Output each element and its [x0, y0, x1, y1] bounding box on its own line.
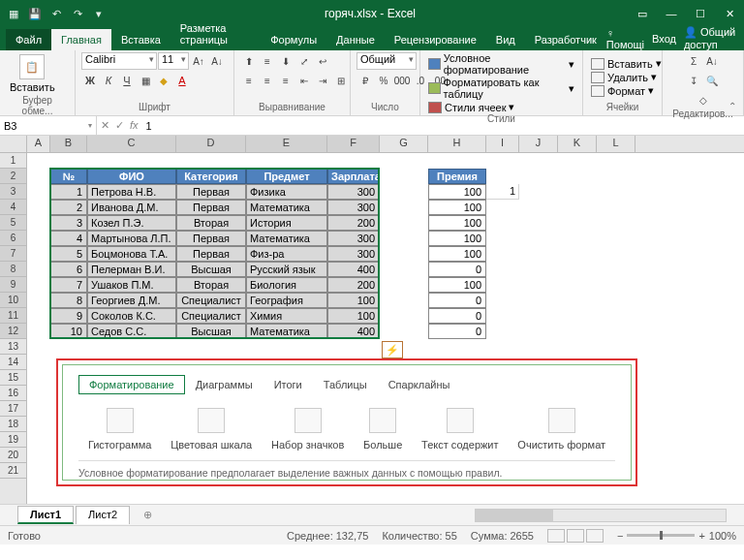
- colhead-F[interactable]: F: [327, 136, 380, 152]
- tab-Разметка страницы[interactable]: Разметка страницы: [170, 17, 261, 50]
- table-cell[interactable]: Физика: [246, 184, 327, 200]
- fill-color-icon[interactable]: ◆: [155, 72, 172, 89]
- tab-Вид[interactable]: Вид: [486, 29, 525, 50]
- table-cell[interactable]: 5: [50, 246, 87, 262]
- qat-more-icon[interactable]: ▾: [91, 6, 107, 21]
- gallery-item[interactable]: Гистограмма: [88, 408, 152, 451]
- insert-cells-button[interactable]: Вставить ▾: [589, 57, 664, 70]
- clear-icon[interactable]: ◇: [695, 91, 712, 109]
- autosum-icon[interactable]: Σ: [685, 52, 702, 70]
- table-cell[interactable]: Вторая: [176, 215, 246, 231]
- rowhead-10[interactable]: 10: [0, 293, 26, 308]
- enter-formula-icon[interactable]: ✓: [115, 119, 124, 132]
- close-icon[interactable]: ✕: [721, 8, 738, 20]
- bonus-cell[interactable]: 0: [428, 293, 486, 308]
- table-cell[interactable]: Биология: [246, 277, 327, 293]
- gallery-item[interactable]: Набор значков: [271, 408, 344, 451]
- fill-icon[interactable]: ↧: [685, 72, 702, 89]
- gallery-item[interactable]: Больше: [363, 408, 402, 451]
- align-bot-icon[interactable]: ⬇: [277, 52, 294, 70]
- border-icon[interactable]: ▦: [137, 72, 154, 89]
- table-cell[interactable]: Козел П.Э.: [87, 215, 176, 231]
- bonus-cell[interactable]: 100: [428, 215, 486, 231]
- signin[interactable]: Вход: [652, 33, 676, 45]
- rowhead-9[interactable]: 9: [0, 277, 26, 293]
- rowhead-5[interactable]: 5: [0, 215, 26, 231]
- rowhead-11[interactable]: 11: [0, 308, 26, 324]
- colhead-H[interactable]: H: [428, 136, 486, 152]
- table-cell[interactable]: Математика: [246, 231, 327, 246]
- table-cell[interactable]: Мартынова Л.П.: [87, 231, 176, 246]
- rowhead-17[interactable]: 17: [0, 401, 26, 417]
- view-buttons[interactable]: [547, 529, 604, 543]
- colhead-D[interactable]: D: [176, 136, 246, 152]
- currency-icon[interactable]: ₽: [356, 72, 374, 89]
- table-cell[interactable]: 2: [50, 200, 87, 215]
- align-left-icon[interactable]: ≡: [240, 72, 258, 89]
- colhead-B[interactable]: B: [50, 136, 87, 152]
- table-cell[interactable]: 10: [50, 324, 87, 339]
- rowhead-21[interactable]: 21: [0, 463, 26, 479]
- rowhead-14[interactable]: 14: [0, 355, 26, 370]
- comma-icon[interactable]: 000: [393, 72, 411, 89]
- colhead-K[interactable]: K: [558, 136, 597, 152]
- cond-format-button[interactable]: Условное форматирование ▾: [426, 52, 576, 76]
- gallery-tab[interactable]: Таблицы: [313, 375, 378, 394]
- table-cell[interactable]: Первая: [176, 231, 246, 246]
- table-cell[interactable]: 1: [50, 184, 87, 200]
- number-format[interactable]: Общий: [356, 52, 417, 70]
- format-cells-button[interactable]: Формат ▾: [589, 84, 664, 97]
- sheet-tab[interactable]: Лист2: [76, 506, 130, 524]
- tab-Формулы[interactable]: Формулы: [261, 29, 326, 50]
- rowhead-18[interactable]: 18: [0, 417, 26, 432]
- rowhead-16[interactable]: 16: [0, 386, 26, 401]
- align-mid-icon[interactable]: ≡: [259, 52, 276, 70]
- table-cell[interactable]: Петрова Н.В.: [87, 184, 176, 200]
- rowhead-2[interactable]: 2: [0, 169, 26, 184]
- gallery-tab[interactable]: Диаграммы: [185, 375, 264, 394]
- table-cell[interactable]: 300: [327, 231, 380, 246]
- table-cell[interactable]: Первая: [176, 184, 246, 200]
- save-icon[interactable]: 💾: [27, 6, 43, 21]
- underline-icon[interactable]: Ч: [118, 72, 136, 89]
- rowhead-6[interactable]: 6: [0, 231, 26, 246]
- bonus-cell[interactable]: 100: [428, 231, 486, 246]
- grow-font-icon[interactable]: A↑: [190, 52, 207, 70]
- table-cell[interactable]: Вторая: [176, 277, 246, 293]
- bonus-cell[interactable]: 100: [428, 246, 486, 262]
- cell-styles-button[interactable]: Стили ячеек ▾: [426, 101, 576, 113]
- font-name[interactable]: Calibri: [81, 52, 157, 70]
- table-cell[interactable]: Георгиев Д.М.: [87, 293, 176, 308]
- gallery-item[interactable]: Текст содержит: [421, 408, 498, 451]
- table-cell[interactable]: Математика: [246, 200, 327, 215]
- table-cell[interactable]: Соколов К.С.: [87, 308, 176, 324]
- bonus-header[interactable]: Премия: [428, 169, 486, 184]
- orient-icon[interactable]: ⤢: [295, 52, 313, 70]
- table-header[interactable]: ФИО: [87, 169, 176, 184]
- align-center-icon[interactable]: ≡: [259, 72, 276, 89]
- bonus-cell[interactable]: 100: [428, 277, 486, 293]
- table-cell[interactable]: 400: [327, 324, 380, 339]
- table-cell[interactable]: Пелерман В.И.: [87, 262, 176, 277]
- table-cell[interactable]: Ушаков П.М.: [87, 277, 176, 293]
- table-cell[interactable]: География: [246, 293, 327, 308]
- delete-cells-button[interactable]: Удалить ▾: [589, 71, 664, 83]
- wrap-icon[interactable]: ↩: [314, 52, 331, 70]
- paste-button[interactable]: 📋Вставить: [6, 52, 59, 95]
- collapse-ribbon-icon[interactable]: ⌃: [728, 101, 742, 114]
- colhead-G[interactable]: G: [380, 136, 428, 152]
- redo-icon[interactable]: ↷: [70, 6, 85, 21]
- table-cell[interactable]: 100: [327, 308, 380, 324]
- rowhead-15[interactable]: 15: [0, 370, 26, 386]
- cell-i3[interactable]: 1: [486, 184, 519, 200]
- table-header[interactable]: Предмет: [246, 169, 327, 184]
- format-table-button[interactable]: Форматировать как таблицу ▾: [426, 77, 576, 100]
- table-cell[interactable]: 400: [327, 262, 380, 277]
- table-cell[interactable]: 3: [50, 215, 87, 231]
- table-cell[interactable]: 100: [327, 293, 380, 308]
- colhead-J[interactable]: J: [519, 136, 558, 152]
- table-cell[interactable]: 8: [50, 293, 87, 308]
- table-cell[interactable]: Иванова Д.М.: [87, 200, 176, 215]
- align-top-icon[interactable]: ⬆: [240, 52, 258, 70]
- table-cell[interactable]: 200: [327, 215, 380, 231]
